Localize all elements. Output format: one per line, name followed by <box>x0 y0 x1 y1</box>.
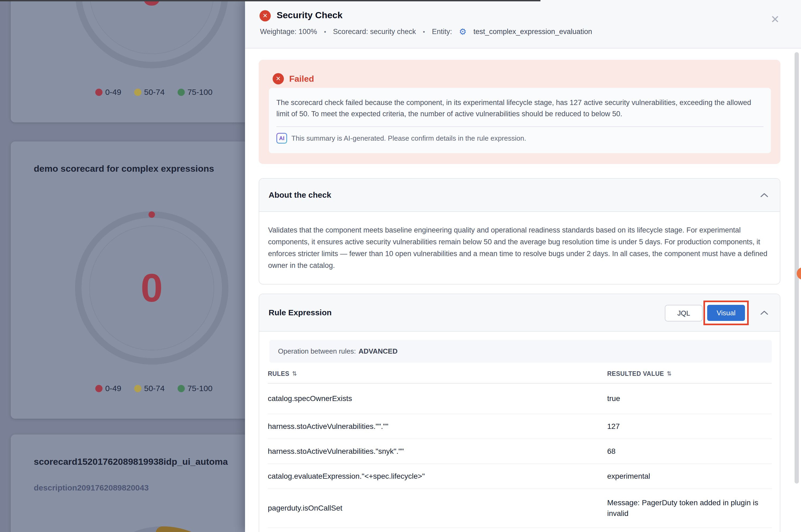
security-check-drawer: ✕ Security Check Weightage: 100% • Score… <box>245 0 801 532</box>
failed-label: Failed <box>289 74 314 84</box>
value-cell: experimental <box>607 471 772 482</box>
table-row: harness.stoActiveVulnerabilities."snyk".… <box>268 439 772 464</box>
legend-label: 50-74 <box>144 384 165 393</box>
legend-dot-red <box>95 89 103 96</box>
table-row: catalog.evaluateExpression."<+spec.lifec… <box>268 464 772 489</box>
x-glyph: ✕ <box>263 12 268 19</box>
entity-label: Entity: <box>432 27 452 36</box>
rules-table: RULES ⇅ RESULTED VALUE ⇅ catalog.specOwn… <box>268 364 772 528</box>
drawer-header: ✕ Security Check Weightage: 100% • Score… <box>245 0 801 49</box>
value-cell: Message: PagerDuty token added in plugin… <box>607 497 772 519</box>
column-label: RESULTED VALUE <box>607 368 664 379</box>
entity-gear-icon: ⚙ <box>459 27 467 36</box>
failed-status-row: ✕ Failed <box>273 73 314 84</box>
gauge-rings <box>74 516 251 532</box>
score-gauge <box>74 516 235 532</box>
value-cell: 127 <box>607 421 772 432</box>
column-header-rules[interactable]: RULES ⇅ <box>268 370 607 377</box>
about-title: About the check <box>269 190 331 200</box>
ai-icon: AI <box>276 133 287 144</box>
failed-x-icon: ✕ <box>273 73 284 84</box>
visual-button[interactable]: Visual <box>707 305 745 321</box>
legend-item: 50-74 <box>134 384 165 393</box>
rule-cell: catalog.evaluateExpression."<+spec.lifec… <box>268 472 607 480</box>
value-cell: true <box>607 393 772 404</box>
operation-label: Operation between rules: <box>278 347 356 356</box>
operation-between-rules: Operation between rules: ADVANCED <box>269 340 772 363</box>
rule-expression-section: Rule Expression JQL Visual Operation bet… <box>259 293 780 532</box>
table-row: pagerduty.isOnCallSet Message: PagerDuty… <box>268 489 772 528</box>
gauge-score-value: 0 <box>71 0 232 72</box>
scorecard-title: demo scorecard for complex expressions <box>34 164 214 174</box>
failed-summary-card: The scorecard check failed because the c… <box>269 88 771 153</box>
legend-label: 75-100 <box>187 384 212 393</box>
table-row: harness.stoActiveVulnerabilities.""."" 1… <box>268 414 772 439</box>
legend-label: 50-74 <box>144 88 165 97</box>
chevron-up-icon[interactable] <box>761 310 768 315</box>
x-glyph: ✕ <box>276 75 281 82</box>
close-icon[interactable]: ✕ <box>770 14 780 25</box>
separator-dot: • <box>324 28 326 35</box>
legend-dot-green <box>178 385 185 392</box>
failed-status-icon: ✕ <box>259 10 271 21</box>
rule-cell: harness.stoActiveVulnerabilities.""."" <box>268 422 607 431</box>
legend-item: 75-100 <box>178 384 212 393</box>
screen: 0 0-49 50-74 75-100 demo scorecard for c <box>0 0 801 532</box>
failed-banner: ✕ Failed The scorecard check failed beca… <box>259 60 780 164</box>
legend-item: 0-49 <box>95 384 121 393</box>
score-gauge: 0 <box>71 208 232 368</box>
scorecard-label: Scorecard: security check <box>333 27 416 36</box>
column-label: RULES <box>268 370 289 377</box>
scorecard-title: scorecard15201762089819938idp_ui_automa <box>34 456 228 467</box>
legend-dot-red <box>95 385 103 392</box>
view-toggle-group: JQL Visual <box>259 294 780 331</box>
legend-dot-yellow <box>134 89 141 96</box>
rule-expression-header: Rule Expression JQL Visual <box>259 294 780 331</box>
top-edge-strip <box>0 0 541 1</box>
legend-item: 75-100 <box>178 88 212 97</box>
drawer-scrollbar-thumb[interactable] <box>795 52 799 483</box>
rule-cell: pagerduty.isOnCallSet <box>268 504 607 512</box>
scorecard-card-2: demo scorecard for complex expressions 0… <box>11 141 283 419</box>
legend-item: 50-74 <box>134 88 165 97</box>
ai-note-text: This summary is AI-generated. Please con… <box>291 134 526 142</box>
weightage-label: Weightage: 100% <box>260 27 317 36</box>
separator-dot: • <box>423 28 425 35</box>
scorecard-description: description2091762089820043 <box>34 483 149 492</box>
legend-label: 75-100 <box>187 88 212 97</box>
legend-item: 0-49 <box>95 88 121 97</box>
failed-summary-text: The scorecard check failed because the c… <box>276 97 763 119</box>
value-cell: 68 <box>607 446 772 457</box>
legend-label: 0-49 <box>105 384 121 393</box>
legend-label: 0-49 <box>105 88 121 97</box>
scorecard-card-1: 0 0-49 50-74 75-100 <box>11 0 283 122</box>
sort-icon[interactable]: ⇅ <box>667 368 672 379</box>
score-legend: 0-49 50-74 75-100 <box>95 384 212 393</box>
legend-dot-yellow <box>134 385 141 392</box>
rule-cell: harness.stoActiveVulnerabilities."snyk".… <box>268 447 607 456</box>
ai-badge-text: AI <box>277 134 286 143</box>
table-row: catalog.specOwnerExists true <box>268 384 772 414</box>
about-body-text: Validates that the component meets basel… <box>259 212 780 271</box>
ai-note-row: AI This summary is AI-generated. Please … <box>276 133 763 144</box>
drawer-title: Security Check <box>277 10 343 20</box>
rule-cell: catalog.specOwnerExists <box>268 394 607 403</box>
score-legend: 0-49 50-74 75-100 <box>95 88 212 97</box>
chevron-up-icon[interactable] <box>761 193 768 197</box>
about-section: About the check Validates that the compo… <box>259 178 780 284</box>
about-header[interactable]: About the check <box>259 179 780 212</box>
check-meta-row: Weightage: 100% • Scorecard: security ch… <box>260 27 592 36</box>
table-header-row: RULES ⇅ RESULTED VALUE ⇅ <box>268 364 772 384</box>
divider <box>276 127 763 127</box>
gauge-score-value: 0 <box>71 208 232 368</box>
legend-dot-green <box>178 89 185 96</box>
scorecard-card-3: scorecard15201762089819938idp_ui_automa … <box>11 435 283 532</box>
sort-icon[interactable]: ⇅ <box>292 370 297 377</box>
jql-button[interactable]: JQL <box>665 305 703 321</box>
score-gauge: 0 <box>71 0 232 72</box>
entity-name-link[interactable]: test_complex_expression_evaluation <box>473 27 592 36</box>
operation-value: ADVANCED <box>359 347 398 356</box>
column-header-resulted-value[interactable]: RESULTED VALUE ⇅ <box>607 368 772 379</box>
